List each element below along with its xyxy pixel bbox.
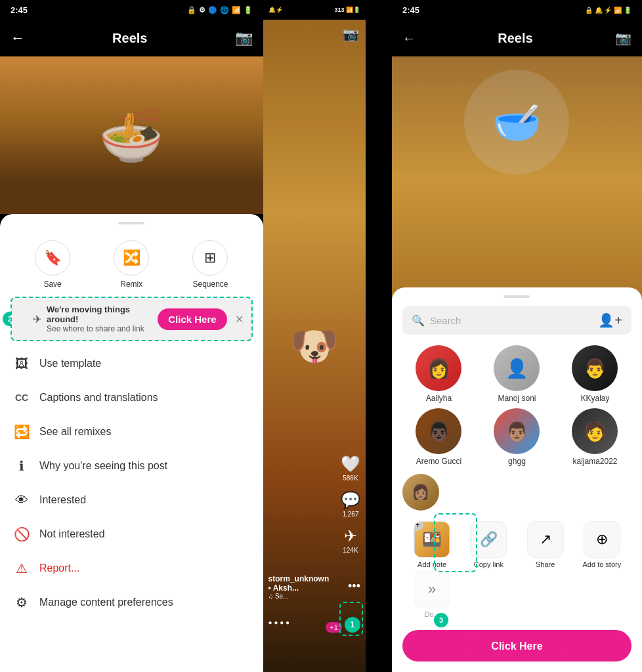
contact-name-aremo: Aremo Gucci xyxy=(416,457,461,466)
contact-partial[interactable]: 👩🏽 xyxy=(402,474,439,511)
more-icon-wrap: » xyxy=(414,571,450,608)
add-story-label: Add to story xyxy=(583,560,622,568)
side-actions: 🤍 586K 💬 1,267 ✈ 124K xyxy=(341,455,360,554)
menu-item-captions[interactable]: CC Captions and translations xyxy=(0,381,263,415)
share-action[interactable]: ✈ 124K xyxy=(343,527,358,554)
contact-avatar-manoj: 👤 xyxy=(494,345,540,391)
add-contact-icon[interactable]: 👤+ xyxy=(598,312,622,328)
menu-item-use-template[interactable]: 🖼 Use template xyxy=(0,346,263,381)
contact-avatar-aailyha: 👩 xyxy=(416,345,461,391)
left-phone: 2:45 🔒 ⚙ 🔵 🌐 📶 🔋 ← Reels 📷 🍜 🔖 Save xyxy=(0,0,263,672)
sequence-icon: ⊞ xyxy=(192,240,228,276)
menu-item-interested[interactable]: 👁 Interested xyxy=(0,483,263,517)
left-header-title: Reels xyxy=(112,31,147,46)
share-sheet: 🔍 Search 👤+ 👩 Aailyha 👤 Manoj soni 👨 KKy… xyxy=(392,287,642,672)
copy-link-icon-wrap: 🔗 xyxy=(470,521,507,558)
right-reels-header: ← Reels 📷 xyxy=(392,20,642,56)
right-click-here-button[interactable]: Click Here xyxy=(467,633,566,660)
badge-3: 3 xyxy=(434,613,448,627)
right-back-icon[interactable]: ← xyxy=(402,31,416,46)
three-dots-icon[interactable]: ••• xyxy=(348,579,360,593)
why-seeing-label: Why you're seeing this post xyxy=(39,460,167,472)
contact-avatar-partial: 👩🏽 xyxy=(402,474,439,511)
manage-icon: ⚙ xyxy=(13,594,30,611)
contact-aremo[interactable]: 👨🏿 Aremo Gucci xyxy=(402,408,475,466)
share-more[interactable]: » Do... xyxy=(405,571,459,618)
report-icon: ⚠ xyxy=(13,560,30,577)
save-action[interactable]: 🔖 Save xyxy=(35,240,70,289)
sheet-actions-row: 🔖 Save 🔀 Remix ⊞ Sequence xyxy=(0,230,263,294)
not-interested-icon: 🚫 xyxy=(13,526,30,543)
left-reels-header: ← Reels 📷 xyxy=(0,20,263,56)
interested-label: Interested xyxy=(39,494,86,506)
share-count: 124K xyxy=(343,547,358,554)
right-camera-icon[interactable]: 📷 xyxy=(615,30,631,46)
notif-close-icon[interactable]: ✕ xyxy=(235,313,244,326)
share-add-note[interactable]: 🍱 + Add note xyxy=(405,521,459,568)
share-share[interactable]: ↗ Share xyxy=(518,521,572,568)
remixes-label: See all remixes xyxy=(39,426,111,438)
captions-icon: CC xyxy=(13,389,30,406)
remix-action[interactable]: 🔀 Remix xyxy=(114,240,149,289)
menu-item-why-seeing[interactable]: ℹ Why you're seeing this post xyxy=(0,449,263,483)
remix-label: Remix xyxy=(120,280,142,289)
share-actions-container: 3 🍱 + Add note 🔗 Copy link ↗ xyxy=(398,516,635,623)
reel-username: storm_unknown • Aksh... xyxy=(268,574,333,593)
why-seeing-icon: ℹ xyxy=(13,457,30,474)
right-sheet-handle xyxy=(503,295,530,298)
left-back-icon[interactable]: ← xyxy=(11,30,25,47)
right-header-title: Reels xyxy=(498,31,532,46)
save-icon: 🔖 xyxy=(35,240,70,276)
contact-avatar-aremo: 👨🏿 xyxy=(416,408,461,454)
click-here-button[interactable]: Click Here xyxy=(158,308,226,330)
right-status-bar: 2:45 🔒 🔔 ⚡ 📶 🔋 xyxy=(392,0,642,20)
nav-share-icon: ✈ xyxy=(33,313,41,326)
use-template-icon: 🖼 xyxy=(13,355,30,372)
reel-song: ♫ Se... xyxy=(268,593,333,600)
notification-wrapper: 2 ✈ We're moving things around! See wher… xyxy=(11,297,253,341)
center-phone: 🔔⚡ 313 📶🔋 🐶 📷 🤍 586K 💬 1,267 ✈ 124K stor… xyxy=(263,0,366,672)
dot-indicators: ● ● ● ● xyxy=(268,619,290,626)
share-actions-row: 🍱 + Add note 🔗 Copy link ↗ Share xyxy=(398,516,635,623)
like-action[interactable]: 🤍 586K xyxy=(341,455,360,482)
share-copy-link[interactable]: 🔗 Copy link xyxy=(461,521,515,568)
camera-icon[interactable]: 📷 xyxy=(343,26,359,42)
contact-name-kkyalay: KKyalay xyxy=(580,394,609,403)
menu-item-remixes[interactable]: 🔁 See all remixes xyxy=(0,415,263,449)
left-camera-icon[interactable]: 📷 xyxy=(235,30,253,47)
share-icon-wrap: ↗ xyxy=(527,521,564,558)
center-status: 🔔⚡ 313 📶🔋 xyxy=(263,0,366,20)
use-template-label: Use template xyxy=(39,358,101,369)
notif-title: We're moving things around! xyxy=(47,304,152,324)
contact-aailyha[interactable]: 👩 Aailyha xyxy=(402,345,475,403)
bottom-indicators: ● ● ● ● xyxy=(268,619,290,626)
contact-name-kaijama: kaijama2022 xyxy=(572,457,617,466)
search-bar[interactable]: 🔍 Search 👤+ xyxy=(402,306,631,335)
contact-kaijama[interactable]: 🧑 kaijama2022 xyxy=(559,408,631,466)
menu-item-manage[interactable]: ⚙ Manage content preferences xyxy=(0,585,263,620)
left-status-icons: 🔒 ⚙ 🔵 🌐 📶 🔋 xyxy=(187,6,253,14)
contact-manoj[interactable]: 👤 Manoj soni xyxy=(481,345,553,403)
add-note-icon-wrap: 🍱 + xyxy=(414,521,450,558)
reel-info: storm_unknown • Aksh... ♫ Se... xyxy=(268,574,333,600)
contacts-grid: 👩 Aailyha 👤 Manoj soni 👨 KKyalay xyxy=(392,340,642,408)
add-note-label: Add note xyxy=(417,560,446,568)
copy-link-label: Copy link xyxy=(474,560,503,568)
save-label: Save xyxy=(43,280,61,289)
menu-item-report[interactable]: ⚠ Report... xyxy=(0,551,263,585)
share-label: Share xyxy=(536,560,555,568)
contact-name-aailyha: Aailyha xyxy=(426,394,452,403)
comment-action[interactable]: 💬 1,267 xyxy=(341,491,360,518)
remix-icon: 🔀 xyxy=(114,240,149,276)
menu-item-not-interested[interactable]: 🚫 Not interested xyxy=(0,517,263,551)
share-add-story[interactable]: ⊕ Add to story xyxy=(575,521,629,568)
notif-text-area: We're moving things around! See where to… xyxy=(47,304,152,333)
sequence-action[interactable]: ⊞ Sequence xyxy=(192,240,228,289)
contact-ghgg[interactable]: 👨🏽 ghgg xyxy=(481,408,553,466)
contact-kkyalay[interactable]: 👨 KKyalay xyxy=(559,345,631,403)
sequence-label: Sequence xyxy=(192,280,228,289)
dashed-3dot-highlight xyxy=(339,602,363,636)
search-placeholder: Search xyxy=(430,315,593,326)
food-bowl-image: 🥣 xyxy=(464,70,569,175)
left-bottom-sheet: 🔖 Save 🔀 Remix ⊞ Sequence 2 ✈ We're movi… xyxy=(0,214,263,672)
